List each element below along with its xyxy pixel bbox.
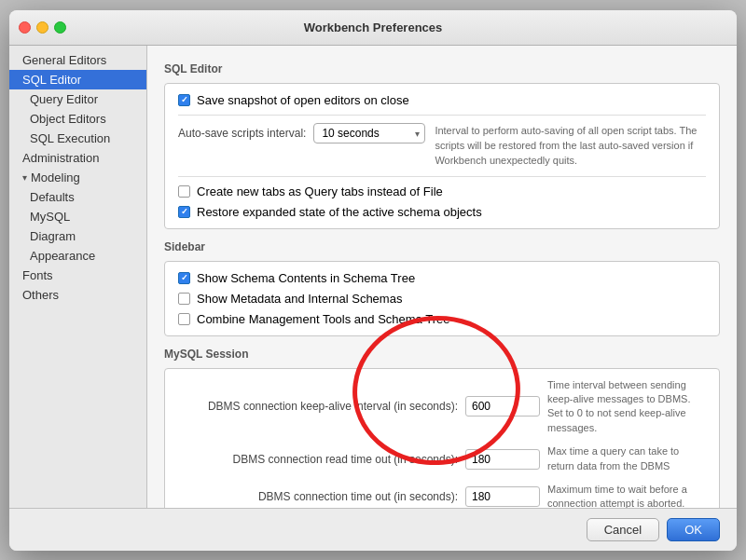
sidebar-item-appearance[interactable]: Appearance: [9, 246, 146, 266]
sidebar-item-sql-execution[interactable]: SQL Execution: [9, 129, 146, 148]
create-new-tabs-label: Create new tabs as Query tabs instead of…: [197, 184, 443, 198]
combine-management-checkbox[interactable]: [178, 313, 190, 325]
sidebar-item-defaults[interactable]: Defaults: [9, 187, 146, 207]
conn-timeout-row: DBMS connection time out (in seconds): M…: [178, 483, 706, 507]
mysql-session-section-title: MySQL Session: [164, 348, 720, 361]
cancel-button[interactable]: Cancel: [587, 518, 659, 541]
sidebar-item-sql-editor[interactable]: SQL Editor: [9, 70, 146, 89]
conn-timeout-input[interactable]: [465, 486, 540, 507]
window-title: Workbench Preferences: [304, 20, 443, 34]
keepalive-label: DBMS connection keep-alive interval (in …: [178, 400, 458, 413]
sql-editor-section-title: SQL Editor: [164, 62, 720, 75]
show-metadata-label: Show Metadata and Internal Schemas: [197, 292, 402, 306]
show-metadata-row: Show Metadata and Internal Schemas: [178, 292, 706, 306]
show-metadata-checkbox[interactable]: [178, 293, 190, 305]
maximize-button[interactable]: [54, 21, 66, 34]
combine-management-row: Combine Management Tools and Schema Tree: [178, 312, 706, 326]
save-snapshot-row: Save snapshot of open editors on close: [178, 93, 706, 107]
conn-timeout-hint: Maximum time to wait before a connection…: [547, 483, 706, 507]
auto-save-row: Auto-save scripts interval: 10 seconds 3…: [178, 123, 425, 143]
show-schema-checkbox[interactable]: [178, 272, 190, 284]
read-timeout-label: DBMS connection read time out (in second…: [178, 453, 458, 466]
sidebar-item-object-editors[interactable]: Object Editors: [9, 109, 146, 129]
sidebar-item-query-editor[interactable]: Query Editor: [9, 89, 146, 109]
conn-timeout-label: DBMS connection time out (in seconds):: [178, 490, 458, 503]
save-snapshot-checkbox[interactable]: [178, 94, 190, 106]
footer: Cancel OK: [9, 508, 737, 551]
auto-save-hint: Interval to perform auto-saving of all o…: [435, 125, 697, 167]
titlebar: Workbench Preferences: [9, 10, 737, 46]
close-button[interactable]: [19, 21, 31, 34]
sidebar-item-administration[interactable]: Administration: [9, 148, 146, 168]
sidebar: General Editors SQL Editor Query Editor …: [9, 46, 147, 508]
keepalive-input[interactable]: [465, 396, 540, 417]
sidebar-item-general-editors[interactable]: General Editors: [9, 50, 146, 70]
restore-expanded-row: Restore expanded state of the active sch…: [178, 205, 706, 219]
auto-save-select[interactable]: 10 seconds 30 seconds 60 seconds: [313, 123, 425, 143]
sql-editor-section-box: Save snapshot of open editors on close A…: [164, 83, 720, 229]
restore-expanded-label: Restore expanded state of the active sch…: [197, 205, 482, 219]
read-timeout-input[interactable]: [465, 449, 540, 470]
create-new-tabs-checkbox[interactable]: [178, 185, 190, 198]
create-new-tabs-row: Create new tabs as Query tabs instead of…: [178, 184, 706, 198]
read-timeout-hint: Max time a query can take to return data…: [547, 444, 706, 473]
restore-expanded-checkbox[interactable]: [178, 206, 190, 218]
minimize-button[interactable]: [36, 21, 48, 34]
sidebar-item-others[interactable]: Others: [9, 285, 146, 305]
sidebar-item-modeling[interactable]: ▾ Modeling: [9, 168, 146, 187]
sidebar-item-fonts[interactable]: Fonts: [9, 266, 146, 285]
mysql-session-section-box: DBMS connection keep-alive interval (in …: [164, 368, 720, 508]
show-schema-label: Show Schema Contents in Schema Tree: [197, 271, 415, 285]
keepalive-hint: Time interval between sending keep-alive…: [547, 378, 706, 436]
sidebar-section-box: Show Schema Contents in Schema Tree Show…: [164, 261, 720, 336]
auto-save-select-wrapper: 10 seconds 30 seconds 60 seconds ▾: [313, 123, 425, 143]
ok-button[interactable]: OK: [667, 518, 720, 541]
sidebar-section-title: Sidebar: [164, 240, 720, 253]
main-content: SQL Editor Save snapshot of open editors…: [147, 46, 737, 508]
read-timeout-row: DBMS connection read time out (in second…: [178, 444, 706, 473]
show-schema-row: Show Schema Contents in Schema Tree: [178, 271, 706, 285]
keepalive-row: DBMS connection keep-alive interval (in …: [178, 378, 706, 436]
auto-save-label: Auto-save scripts interval:: [178, 127, 306, 140]
sidebar-item-mysql[interactable]: MySQL: [9, 207, 146, 226]
sidebar-item-diagram[interactable]: Diagram: [9, 226, 146, 246]
combine-management-label: Combine Management Tools and Schema Tree: [197, 312, 449, 326]
save-snapshot-label: Save snapshot of open editors on close: [197, 93, 409, 107]
traffic-lights: [19, 21, 66, 34]
